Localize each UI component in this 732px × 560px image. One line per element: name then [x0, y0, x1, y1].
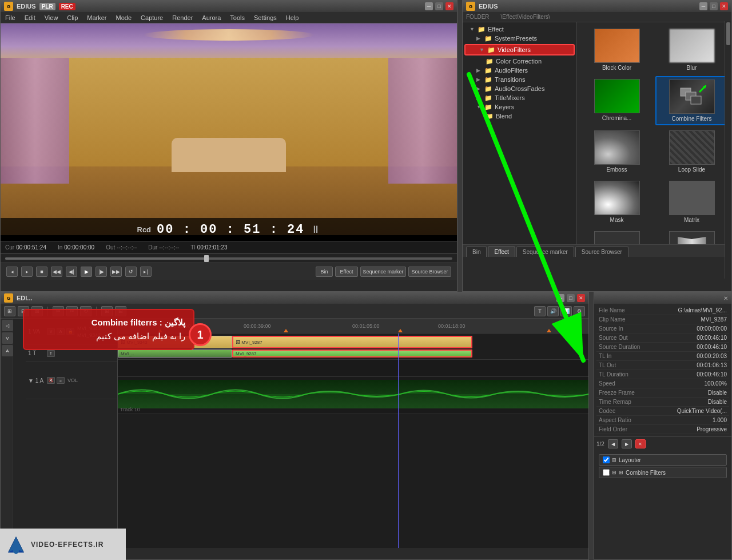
step-back-button[interactable]: ◀|: [66, 267, 77, 277]
clip-audio-9343[interactable]: MVI_..: [118, 349, 232, 358]
tab-source[interactable]: Source Browser: [408, 267, 451, 277]
tree-systempresets[interactable]: ▶ 📁 SystemPresets: [463, 34, 576, 43]
effect-thumb-emboss: [594, 130, 640, 165]
fast-forward-button[interactable]: ▶▶: [110, 267, 122, 277]
menu-marker[interactable]: Marker: [82, 13, 111, 22]
layer-checkbox-2[interactable]: [603, 469, 610, 476]
a-ctrl-mix[interactable]: ≈: [57, 377, 65, 384]
mark-out-button[interactable]: ▸|: [140, 267, 152, 277]
menu-file[interactable]: File: [1, 13, 20, 22]
menu-render[interactable]: Render: [168, 13, 197, 22]
tab-sequence-marker[interactable]: Sequence marker: [516, 247, 574, 257]
tree-colorcorrection[interactable]: 📁 Color Correction: [463, 57, 576, 66]
effect-maximize[interactable]: □: [710, 2, 718, 10]
effect-thumb-blockcolor: [594, 29, 640, 63]
prev-page-btn[interactable]: ◀: [608, 439, 618, 448]
step-forward-button[interactable]: |▶: [96, 267, 107, 277]
tl-maximize[interactable]: □: [567, 294, 575, 302]
tab-effect-btn[interactable]: Effect: [335, 267, 358, 277]
effect-main: ▼ 📁 Effect ▶ 📁 SystemPresets ▼ 📁 VideoFi…: [463, 22, 731, 244]
effect-item-matrix[interactable]: Matrix: [655, 178, 728, 226]
tab-seq[interactable]: Sequence marker: [360, 267, 406, 277]
layer-combine[interactable]: ⊞ ⊞ Combine Filters: [599, 467, 727, 478]
play-button[interactable]: ▶: [81, 267, 92, 277]
rewind-button[interactable]: ◀◀: [51, 267, 62, 277]
folder-icon: 📁: [486, 113, 494, 120]
val-sourcein: 00:00:00:00: [697, 325, 727, 332]
effect-item-loop[interactable]: Loop Slide: [655, 128, 728, 176]
effect-item-blockcolor[interactable]: Block Color: [580, 26, 653, 74]
menu-mode[interactable]: Mode: [112, 13, 137, 22]
annotation-line2: را به فیلم اضافه می کنیم: [32, 329, 185, 343]
tl-minimize[interactable]: ─: [556, 294, 564, 302]
close-info[interactable]: ✕: [723, 295, 728, 301]
tree-label: AudioFilters: [495, 67, 528, 74]
menu-tools[interactable]: Tools: [225, 13, 249, 22]
mark-in-button[interactable]: ◂: [6, 267, 18, 277]
menu-clip[interactable]: Clip: [62, 13, 82, 22]
tl-right-2[interactable]: 🔊: [547, 306, 559, 316]
scrubber-head[interactable]: [204, 255, 209, 262]
clip-audio-9287[interactable]: MVI_9287: [232, 349, 472, 358]
minimize-button[interactable]: ─: [425, 2, 433, 10]
next-page-btn[interactable]: ▶: [622, 439, 632, 448]
layer-checkbox-1[interactable]: [603, 456, 610, 463]
a-ctrl-mute[interactable]: 🔇: [47, 377, 55, 384]
tl-tool-1[interactable]: ⊞: [4, 306, 15, 316]
menu-edit[interactable]: Edit: [20, 13, 40, 22]
tl-close[interactable]: ✕: [577, 294, 585, 302]
menu-settings[interactable]: Settings: [249, 13, 281, 22]
effect-item-chroma[interactable]: Chromina...: [580, 76, 653, 125]
delete-btn[interactable]: ✕: [635, 439, 646, 448]
effect-item-blur[interactable]: Blur: [655, 26, 728, 74]
stop-button[interactable]: ■: [36, 267, 47, 277]
scrubber-bar[interactable]: [1, 253, 457, 263]
effect-item-mask[interactable]: Mask: [580, 178, 653, 226]
effect-item-extra2[interactable]: [655, 228, 728, 244]
scrubber-track[interactable]: [5, 257, 452, 260]
key-freeze: Freeze Frame: [599, 390, 635, 396]
tl-right-4[interactable]: ⚙: [574, 306, 585, 316]
tree-audiofilters[interactable]: ▶ 📁 AudioFilters: [463, 66, 576, 75]
side-icon-1[interactable]: ◁: [2, 320, 13, 331]
menu-aurora[interactable]: Aurora: [197, 13, 225, 22]
tree-keyers[interactable]: ▼ 📁 Keyers: [463, 102, 576, 112]
menu-view[interactable]: View: [40, 13, 63, 22]
side-icon-2[interactable]: V: [2, 332, 13, 344]
tree-videofilters[interactable]: ▼ 📁 VideoFilters: [464, 44, 575, 55]
tab-bin[interactable]: Bin: [316, 267, 333, 277]
effect-close[interactable]: ✕: [720, 2, 728, 10]
clip-mvi9287[interactable]: 🖼 MVI_9287: [232, 336, 472, 348]
effect-minimize[interactable]: ─: [699, 2, 707, 10]
tl-right-3[interactable]: 📊: [560, 306, 572, 316]
menu-help[interactable]: Help: [281, 13, 304, 22]
tl-right-1[interactable]: T: [534, 306, 546, 316]
layer-layouter[interactable]: ⊞ Layouter: [599, 454, 727, 466]
tree-transitions[interactable]: ▶ 📁 Transitions: [463, 75, 576, 84]
maximize-button[interactable]: □: [435, 2, 443, 10]
tree-effect[interactable]: ▼ 📁 Effect: [463, 25, 576, 34]
tree-titlemixers[interactable]: ▶ 📁 TitleMixers: [463, 93, 576, 102]
effect-scrollbar[interactable]: [725, 21, 731, 279]
side-icon-3[interactable]: A: [2, 345, 13, 356]
info-row-tldur: TL Duration 00:00:46:10: [596, 370, 729, 379]
loop-button[interactable]: ↺: [125, 267, 137, 277]
t-ctrl-t[interactable]: T: [47, 350, 55, 357]
effect-item-extra1[interactable]: [580, 228, 653, 244]
key-timeremap: Time Remap: [599, 399, 631, 405]
tab-effect[interactable]: Effect: [488, 247, 515, 257]
menu-capture[interactable]: Capture: [136, 13, 168, 22]
effect-logo: G: [466, 2, 475, 11]
cur-label: Cur: [5, 244, 14, 251]
effect-item-combine[interactable]: Combine Filters: [655, 76, 728, 125]
tab-bin[interactable]: Bin: [466, 247, 487, 257]
tab-source-browser[interactable]: Source Browser: [575, 247, 628, 257]
tree-blend[interactable]: 📁 Blend: [463, 112, 576, 121]
prev-frame-button[interactable]: ▸: [21, 267, 33, 277]
close-button[interactable]: ✕: [445, 2, 453, 10]
extra-controls: Bin Effect Sequence marker Source Browse…: [316, 267, 451, 277]
effect-item-emboss[interactable]: Emboss: [580, 128, 653, 176]
tree-audiocrossfades[interactable]: ▶ 📁 AudioCrossFades: [463, 84, 576, 93]
tl-info: Tl 00:02:01:23: [190, 244, 227, 251]
key-speed: Speed: [599, 380, 615, 387]
